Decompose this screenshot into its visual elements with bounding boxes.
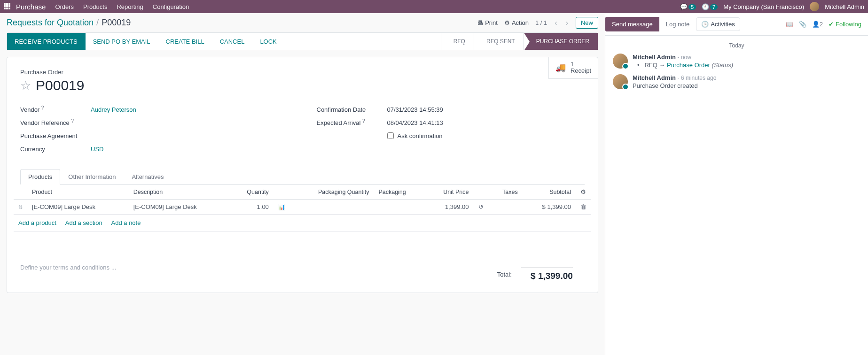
drag-handle-icon[interactable]: ⇅ <box>18 204 23 210</box>
breadcrumb-bar: Requests for Quotation / P00019 🖶 Print … <box>0 13 605 32</box>
col-taxes: Taxes <box>488 185 523 200</box>
stage-rfq-sent[interactable]: RFQ SENT <box>474 33 524 50</box>
send-po-email-button[interactable]: SEND PO BY EMAIL <box>86 33 158 50</box>
top-nav: Purchase Orders Products Reporting Confi… <box>0 0 868 13</box>
book-icon[interactable]: 📖 <box>786 21 793 28</box>
pager-prev[interactable]: ‹ <box>554 19 558 27</box>
favorite-star-icon[interactable]: ☆ <box>20 78 31 93</box>
receipt-label: Receipt <box>571 68 591 74</box>
col-packaging: Packaging <box>374 185 425 200</box>
message-author[interactable]: Mitchell Admin <box>633 74 676 81</box>
message-body: Purchase Order created <box>633 82 716 89</box>
cell-quantity[interactable]: 1.00 <box>230 200 274 215</box>
message-author[interactable]: Mitchell Admin <box>633 54 676 61</box>
cell-product[interactable]: [E-COM09] Large Desk <box>27 200 129 215</box>
following-button[interactable]: ✔ Following <box>829 21 861 28</box>
stage-rfq[interactable]: RFQ <box>441 33 474 50</box>
order-lines-table: Product Description Quantity Packaging Q… <box>14 185 591 215</box>
app-brand[interactable]: Purchase <box>16 3 46 11</box>
currency-value[interactable]: USD <box>91 146 289 153</box>
tooltip-icon[interactable]: ? <box>71 118 74 123</box>
statusbar: RECEIVE PRODUCTS SEND PO BY EMAIL CREATE… <box>7 32 598 50</box>
receive-products-button[interactable]: RECEIVE PRODUCTS <box>7 33 86 50</box>
tab-other-info[interactable]: Other Information <box>60 169 124 185</box>
activities-button[interactable]: 🕒 Activities <box>696 17 740 31</box>
chatter-message: Mitchell Admin - now • RFQ → Purchase Or… <box>613 54 860 69</box>
nav-right: 💬5 🕘7 My Company (San Francisco) Mitchel… <box>680 2 864 11</box>
clock-icon: 🕒 <box>701 21 709 28</box>
new-button[interactable]: New <box>576 17 598 29</box>
chatter-message: Mitchell Admin - 6 minutes ago Purchase … <box>613 74 860 89</box>
send-message-button[interactable]: Send message <box>605 17 659 31</box>
menu-reporting[interactable]: Reporting <box>117 3 143 10</box>
expected-arrival-label: Expected Arrival ? <box>317 118 387 126</box>
menu-orders[interactable]: Orders <box>55 3 74 10</box>
cell-taxes[interactable] <box>488 200 523 215</box>
attachment-icon[interactable]: 📎 <box>799 21 806 28</box>
followers-count[interactable]: 👤2 <box>812 21 823 28</box>
terms-input[interactable]: Define your terms and conditions ... <box>7 255 361 286</box>
add-section-link[interactable]: Add a section <box>65 219 102 226</box>
table-row[interactable]: ⇅ [E-COM09] Large Desk [E-COM09] Large D… <box>14 200 591 215</box>
clock-icon[interactable]: 🕘7 <box>702 3 718 10</box>
chat-badge: 5 <box>688 4 696 10</box>
total-value: $ 1,399.00 <box>521 268 573 281</box>
cell-packaging[interactable] <box>374 200 425 215</box>
menu-configuration[interactable]: Configuration <box>153 3 189 10</box>
tracking-field-name: (Status) <box>712 62 734 69</box>
confirm-date-label: Confirmation Date <box>317 106 387 113</box>
col-product: Product <box>27 185 129 200</box>
user-avatar[interactable] <box>810 2 819 11</box>
tooltip-icon[interactable]: ? <box>41 105 44 110</box>
add-product-link[interactable]: Add a product <box>18 219 56 226</box>
agreement-label: Purchase Agreement <box>20 132 91 139</box>
company-name[interactable]: My Company (San Francisco) <box>723 3 804 10</box>
chat-icon[interactable]: 💬5 <box>680 3 696 10</box>
add-note-link[interactable]: Add a note <box>111 219 141 226</box>
lock-button[interactable]: LOCK <box>252 33 284 50</box>
optional-columns-icon[interactable]: ⚙ <box>580 188 586 195</box>
cell-description[interactable]: [E-COM09] Large Desk <box>129 200 230 215</box>
notebook-tabs: Products Other Information Alternatives <box>20 169 585 185</box>
user-name[interactable]: Mitchell Admin <box>825 3 864 10</box>
currency-label: Currency <box>20 146 91 153</box>
cell-pkg-qty[interactable] <box>290 200 374 215</box>
cancel-button[interactable]: CANCEL <box>212 33 253 50</box>
vendor-value[interactable]: Audrey Peterson <box>91 106 289 113</box>
breadcrumb-root[interactable]: Requests for Quotation <box>7 18 94 28</box>
menu-products[interactable]: Products <box>83 3 107 10</box>
arrow-icon: → <box>659 62 667 69</box>
reset-price-icon[interactable]: ↺ <box>478 203 484 210</box>
vendor-label: Vendor ? <box>20 105 91 113</box>
chatter: Send message Log note 🕒 Activities 📖 📎 👤… <box>605 13 868 355</box>
expected-arrival-value[interactable]: 08/04/2023 14:41:13 <box>387 119 585 126</box>
message-avatar[interactable] <box>613 54 628 69</box>
message-avatar[interactable] <box>613 74 628 89</box>
vendor-ref-label: Vendor Reference ? <box>20 118 91 126</box>
truck-icon: 🚚 <box>555 62 566 73</box>
pager-next[interactable]: › <box>565 19 569 27</box>
receipt-stat-button[interactable]: 🚚 1 Receipt <box>548 57 598 79</box>
main-menu: Orders Products Reporting Configuration <box>55 3 189 10</box>
tab-products[interactable]: Products <box>20 169 60 185</box>
print-button[interactable]: 🖶 Print <box>477 19 498 26</box>
tooltip-icon[interactable]: ? <box>362 118 365 123</box>
action-menu[interactable]: ⚙ Action <box>504 19 529 26</box>
delete-row-icon[interactable]: 🗑 <box>580 203 586 210</box>
log-note-button[interactable]: Log note <box>659 17 696 31</box>
total-label: Total: <box>497 271 512 278</box>
col-quantity: Quantity <box>230 185 274 200</box>
ask-confirmation-checkbox[interactable] <box>387 132 394 139</box>
col-description: Description <box>129 185 230 200</box>
stage-purchase-order[interactable]: PURCHASE ORDER <box>524 33 598 50</box>
cell-unit-price[interactable]: 1,399.00 <box>425 200 473 215</box>
message-time: - 6 minutes ago <box>678 75 717 81</box>
apps-icon[interactable] <box>4 3 11 10</box>
totals: Total: $ 1,399.00 <box>361 255 586 286</box>
record-name: P00019 <box>36 77 84 93</box>
forecast-icon[interactable]: 📊 <box>278 204 285 210</box>
create-bill-button[interactable]: CREATE BILL <box>158 33 212 50</box>
gear-icon: ⚙ <box>504 19 510 26</box>
pager: 1 / 1 <box>535 19 547 26</box>
tab-alternatives[interactable]: Alternatives <box>124 169 172 185</box>
